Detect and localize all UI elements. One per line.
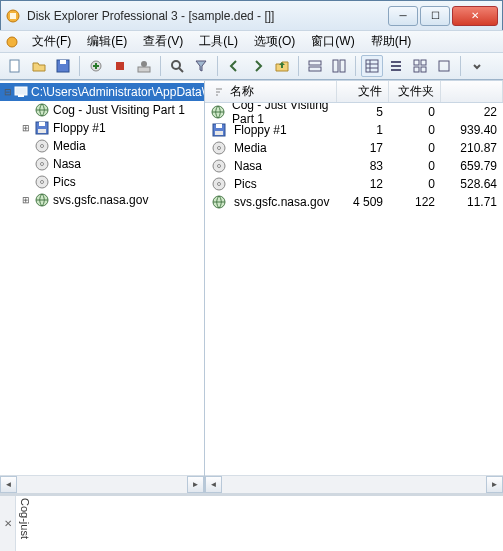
svg-point-10 <box>172 61 180 69</box>
bottom-text: Cog-just <box>16 496 503 551</box>
forward-icon[interactable] <box>247 55 269 77</box>
cell-files: 4 509 <box>337 195 389 209</box>
cell-extra: 210.87 <box>441 141 503 155</box>
tree-item[interactable]: Cog - Just Visiting Part 1 <box>0 101 204 119</box>
list-row[interactable]: svs.gsfc.nasa.gov4 50912211.71 <box>205 193 503 211</box>
tree-item[interactable]: ⊞svs.gsfc.nasa.gov <box>0 191 204 209</box>
svg-point-30 <box>41 163 44 166</box>
cell-folders: 0 <box>389 123 441 137</box>
cell-name: Floppy #1 <box>234 123 287 137</box>
add-item-icon[interactable] <box>85 55 107 77</box>
expand-icon[interactable]: ⊞ <box>20 122 32 134</box>
view-list-icon[interactable] <box>385 55 407 77</box>
svg-point-28 <box>41 145 44 148</box>
cell-folders: 0 <box>389 159 441 173</box>
column-folders[interactable]: 文件夹 <box>389 81 441 102</box>
tree-item-label: svs.gsfc.nasa.gov <box>53 193 148 207</box>
menu-edit[interactable]: 编辑(E) <box>79 31 135 52</box>
collapse-icon[interactable]: ⊟ <box>4 86 12 98</box>
menu-view[interactable]: 查看(V) <box>135 31 191 52</box>
filter-icon[interactable] <box>190 55 212 77</box>
cell-folders: 0 <box>389 177 441 191</box>
svg-rect-14 <box>340 60 345 72</box>
tree-root-label: C:\Users\Administrator\AppData\ <box>31 85 204 99</box>
svg-rect-12 <box>309 67 321 71</box>
tree-item[interactable]: Media <box>0 137 204 155</box>
globe-icon <box>211 104 225 120</box>
list-row[interactable]: Floppy #110939.40 <box>205 121 503 139</box>
back-icon[interactable] <box>223 55 245 77</box>
cell-name: svs.gsfc.nasa.gov <box>234 195 329 209</box>
floppy-icon <box>211 122 227 138</box>
tree-item-label: Nasa <box>53 157 81 171</box>
overflow-icon[interactable] <box>466 55 488 77</box>
list-row[interactable]: Media170210.87 <box>205 139 503 157</box>
svg-point-39 <box>218 147 221 150</box>
column-extra[interactable] <box>441 81 503 102</box>
cell-folders: 0 <box>389 141 441 155</box>
globe-icon <box>34 192 50 208</box>
list-body: Cog - Just Visiting Part 15022Floppy #11… <box>205 103 503 475</box>
new-icon[interactable] <box>4 55 26 77</box>
bottom-panel: ✕ Cog-just <box>0 493 503 551</box>
menu-file[interactable]: 文件(F) <box>24 31 79 52</box>
view-icons-icon[interactable] <box>409 55 431 77</box>
list-hscroll[interactable]: ◄ ► <box>205 475 503 493</box>
menu-window[interactable]: 窗口(W) <box>303 31 362 52</box>
find-icon[interactable] <box>166 55 188 77</box>
twisty-blank <box>20 176 32 188</box>
up-icon[interactable] <box>271 55 293 77</box>
view-details-icon[interactable] <box>361 55 383 77</box>
bottom-close-icon[interactable]: ✕ <box>0 496 16 551</box>
svg-rect-21 <box>15 87 27 95</box>
svg-rect-13 <box>333 60 338 72</box>
tree-item[interactable]: Pics <box>0 173 204 191</box>
svg-rect-3 <box>10 60 19 72</box>
view-thumb-icon[interactable] <box>433 55 455 77</box>
tree-item-label: Cog - Just Visiting Part 1 <box>53 103 185 117</box>
scroll-left-icon[interactable]: ◄ <box>205 476 222 493</box>
cell-extra: 659.79 <box>441 159 503 173</box>
column-files[interactable]: 文件 <box>337 81 389 102</box>
list-header: 名称 文件 文件夹 <box>205 81 503 103</box>
view-vertical-icon[interactable] <box>328 55 350 77</box>
settings-icon[interactable] <box>133 55 155 77</box>
tree-hscroll[interactable]: ◄ ► <box>0 475 204 493</box>
menu-options[interactable]: 选项(O) <box>246 31 303 52</box>
stop-icon[interactable] <box>109 55 131 77</box>
svg-rect-1 <box>10 13 16 19</box>
scroll-right-icon[interactable]: ► <box>187 476 204 493</box>
main-split: ⊟ C:\Users\Administrator\AppData\ Cog - … <box>0 80 503 493</box>
disc-icon <box>211 176 227 192</box>
minimize-button[interactable]: ─ <box>388 6 418 26</box>
column-name[interactable]: 名称 <box>205 81 337 102</box>
svg-rect-26 <box>38 129 46 133</box>
menu-tools[interactable]: 工具(L) <box>191 31 246 52</box>
cell-folders: 0 <box>389 105 441 119</box>
tree-item[interactable]: ⊞Floppy #1 <box>0 119 204 137</box>
app-menu-icon <box>4 34 20 50</box>
close-button[interactable]: ✕ <box>452 6 498 26</box>
open-icon[interactable] <box>28 55 50 77</box>
list-row[interactable]: Nasa830659.79 <box>205 157 503 175</box>
svg-rect-36 <box>216 124 222 128</box>
svg-rect-37 <box>215 131 223 135</box>
toolbar <box>0 52 503 80</box>
tree-item[interactable]: Nasa <box>0 155 204 173</box>
menu-help[interactable]: 帮助(H) <box>363 31 420 52</box>
svg-rect-20 <box>439 61 449 71</box>
list-row[interactable]: Pics120528.64 <box>205 175 503 193</box>
view-horizontal-icon[interactable] <box>304 55 326 77</box>
twisty-blank <box>20 158 32 170</box>
expand-icon[interactable]: ⊞ <box>20 194 32 206</box>
save-icon[interactable] <box>52 55 74 77</box>
maximize-button[interactable]: ☐ <box>420 6 450 26</box>
svg-point-2 <box>7 37 17 47</box>
tree-root[interactable]: ⊟ C:\Users\Administrator\AppData\ <box>0 83 204 101</box>
list-row[interactable]: Cog - Just Visiting Part 15022 <box>205 103 503 121</box>
computer-icon <box>14 84 28 100</box>
disc-icon <box>34 174 50 190</box>
scroll-left-icon[interactable]: ◄ <box>0 476 17 493</box>
svg-rect-18 <box>414 67 419 72</box>
scroll-right-icon[interactable]: ► <box>486 476 503 493</box>
